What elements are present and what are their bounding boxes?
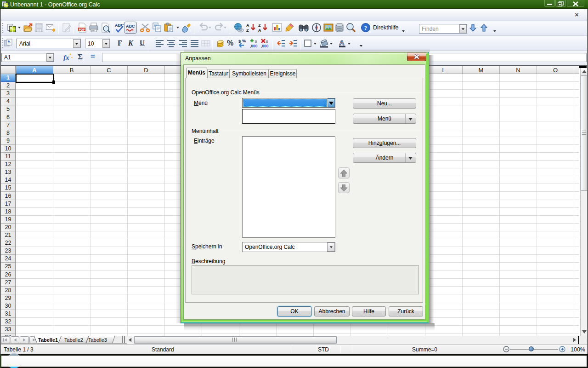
svg-text:✦: ✦	[71, 56, 73, 59]
svg-text:?: ?	[364, 24, 368, 31]
svg-text:A: A	[339, 39, 345, 46]
svg-text:$: $	[238, 39, 241, 44]
svg-text:,000: ,000	[250, 44, 258, 48]
svg-text:%: %	[242, 39, 246, 43]
svg-text:A: A	[246, 23, 249, 28]
svg-text:Z: Z	[246, 28, 249, 33]
svg-text:,000: ,000	[261, 44, 269, 48]
svg-text:ABC: ABC	[126, 24, 135, 29]
svg-text:A: A	[258, 28, 261, 33]
svg-text:Z: Z	[258, 23, 261, 28]
svg-text:PDF: PDF	[79, 28, 85, 31]
